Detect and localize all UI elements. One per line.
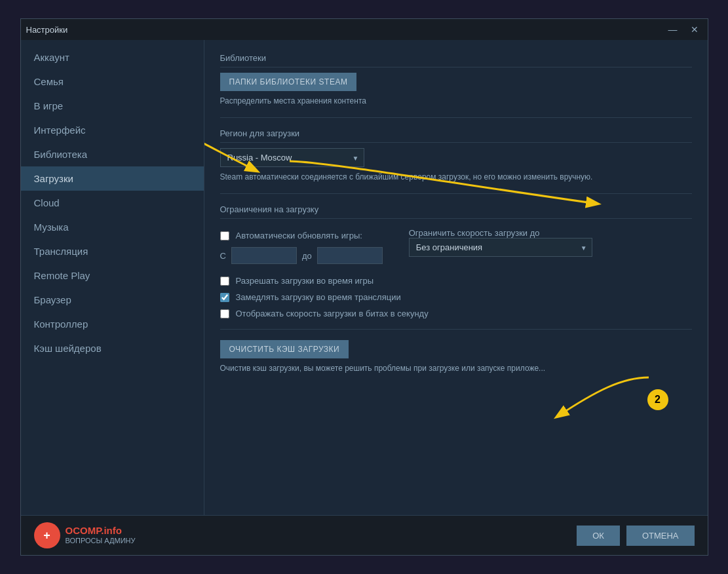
region-dropdown[interactable]: Russia - Moscow (220, 148, 364, 167)
auto-update-label: Автоматически обновлять игры: (236, 231, 362, 240)
sidebar-item-library[interactable]: Библиотека (21, 142, 204, 166)
throttle-checkbox[interactable] (220, 293, 229, 302)
allow-gaming-label: Разрешать загрузки во время игры (236, 276, 374, 286)
divider-1 (220, 117, 692, 118)
allow-gaming-row: Разрешать загрузки во время игры (220, 276, 692, 286)
title-controls: — ✕ (664, 23, 702, 36)
settings-panel: Библиотеки ПАПКИ БИБЛИОТЕКИ STEAM Распре… (204, 40, 708, 515)
cancel-button[interactable]: ОТМЕНА (626, 526, 695, 546)
speed-limit-dropdown[interactable]: Без ограничения (409, 238, 592, 257)
sidebar-item-controller[interactable]: Контроллер (21, 312, 204, 336)
region-desc: Steam автоматически соединяется с ближай… (220, 171, 692, 183)
logo-text: OCOMP.info ВОПРОСЫ АДМИНУ (66, 525, 136, 545)
main-content: АккаунтСемьяВ игреИнтерфейсБиблиотекаЗаг… (21, 40, 708, 515)
to-label: до (302, 251, 312, 261)
region-dropdown-wrapper: Russia - Moscow ▼ (220, 148, 364, 167)
footer-logo: + OCOMP.info ВОПРОСЫ АДМИНУ (34, 522, 136, 548)
footer-buttons: ОК ОТМЕНА (577, 526, 694, 546)
main-window: Настройки — ✕ АккаунтСемьяВ игреИнтерфей… (20, 18, 708, 556)
sidebar-item-downloads[interactable]: Загрузки (21, 166, 204, 191)
logo-top: OCOMP.info (66, 525, 136, 537)
speed-limit-label: Ограничить скорость загрузки до (409, 224, 592, 238)
sidebar-item-broadcast[interactable]: Трансляция (21, 239, 204, 263)
sidebar-item-account[interactable]: Аккаунт (21, 45, 204, 69)
show-bits-checkbox[interactable] (220, 309, 229, 318)
sidebar: АккаунтСемьяВ игреИнтерфейсБиблиотекаЗаг… (21, 40, 204, 515)
sidebar-item-remoteplay[interactable]: Remote Play (21, 263, 204, 288)
sidebar-item-interface[interactable]: Интерфейс (21, 118, 204, 142)
title-bar: Настройки — ✕ (21, 19, 708, 40)
window-title: Настройки (26, 25, 68, 35)
close-button[interactable]: ✕ (687, 23, 702, 36)
show-bits-label: Отображать скорость загрузки в битах в с… (236, 309, 429, 318)
sidebar-item-cloud[interactable]: Cloud (21, 191, 204, 215)
sidebar-item-music[interactable]: Музыка (21, 215, 204, 239)
clear-cache-desc: Очистив кэш загрузки, вы можете решить п… (220, 362, 692, 374)
sidebar-item-family[interactable]: Семья (21, 69, 204, 94)
minimize-button[interactable]: — (664, 23, 681, 36)
footer: + OCOMP.info ВОПРОСЫ АДМИНУ ОК ОТМЕНА (21, 515, 708, 555)
sidebar-item-browser[interactable]: Браузер (21, 288, 204, 312)
show-bits-row: Отображать скорость загрузки в битах в с… (220, 309, 692, 318)
ok-button[interactable]: ОК (577, 526, 620, 546)
to-time-input[interactable] (317, 247, 383, 264)
limits-section-label: Ограничения на загрузку (220, 204, 692, 219)
divider-3 (220, 329, 692, 330)
from-time-input[interactable] (231, 247, 297, 264)
divider-2 (220, 193, 692, 194)
auto-update-row: Автоматически обновлять игры: (220, 231, 383, 240)
steam-folders-button[interactable]: ПАПКИ БИБЛИОТЕКИ STEAM (220, 73, 357, 91)
allow-gaming-checkbox[interactable] (220, 277, 229, 286)
logo-bottom: ВОПРОСЫ АДМИНУ (66, 537, 136, 545)
region-section-label: Регион для загрузки (220, 128, 692, 143)
logo-icon: + (34, 522, 60, 548)
throttle-row: Замедлять загрузку во время трансляции (220, 292, 692, 302)
speed-limit-wrapper: Без ограничения ▼ (409, 238, 592, 257)
time-range-row: С до (220, 247, 383, 264)
storage-desc: Распределить места хранения контента (220, 95, 692, 107)
sidebar-item-ingame[interactable]: В игре (21, 94, 204, 118)
sidebar-item-shadercache[interactable]: Кэш шейдеров (21, 336, 204, 360)
annotation-2: 2 (647, 389, 668, 410)
clear-cache-button[interactable]: ОЧИСТИТЬ КЭШ ЗАГРУЗКИ (220, 340, 349, 358)
auto-update-checkbox[interactable] (220, 231, 229, 240)
throttle-label: Замедлять загрузку во время трансляции (236, 292, 401, 302)
libraries-section-label: Библиотеки (220, 53, 692, 67)
from-label: С (220, 251, 226, 261)
